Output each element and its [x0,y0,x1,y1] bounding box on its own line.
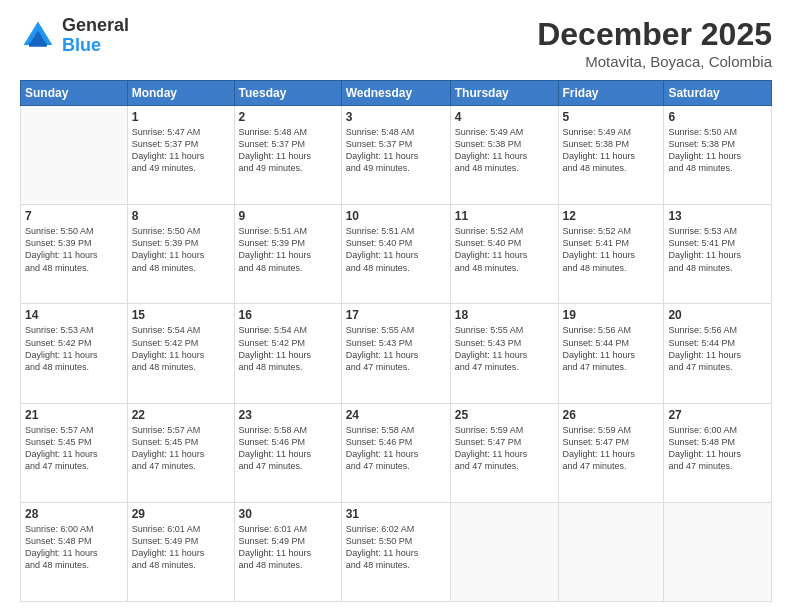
day-number: 17 [346,308,446,322]
weekday-header: Wednesday [341,81,450,106]
calendar: SundayMondayTuesdayWednesdayThursdayFrid… [20,80,772,602]
calendar-week-row: 7Sunrise: 5:50 AM Sunset: 5:39 PM Daylig… [21,205,772,304]
day-info: Sunrise: 5:57 AM Sunset: 5:45 PM Dayligh… [132,424,230,473]
calendar-cell: 29Sunrise: 6:01 AM Sunset: 5:49 PM Dayli… [127,502,234,601]
calendar-cell: 7Sunrise: 5:50 AM Sunset: 5:39 PM Daylig… [21,205,128,304]
day-info: Sunrise: 5:49 AM Sunset: 5:38 PM Dayligh… [455,126,554,175]
calendar-cell: 8Sunrise: 5:50 AM Sunset: 5:39 PM Daylig… [127,205,234,304]
calendar-cell: 20Sunrise: 5:56 AM Sunset: 5:44 PM Dayli… [664,304,772,403]
day-number: 5 [563,110,660,124]
day-info: Sunrise: 6:01 AM Sunset: 5:49 PM Dayligh… [132,523,230,572]
calendar-cell: 10Sunrise: 5:51 AM Sunset: 5:40 PM Dayli… [341,205,450,304]
weekday-header: Saturday [664,81,772,106]
day-number: 9 [239,209,337,223]
day-number: 20 [668,308,767,322]
day-info: Sunrise: 5:57 AM Sunset: 5:45 PM Dayligh… [25,424,123,473]
day-info: Sunrise: 5:56 AM Sunset: 5:44 PM Dayligh… [563,324,660,373]
day-info: Sunrise: 5:51 AM Sunset: 5:39 PM Dayligh… [239,225,337,274]
day-info: Sunrise: 5:59 AM Sunset: 5:47 PM Dayligh… [455,424,554,473]
weekday-header: Friday [558,81,664,106]
calendar-cell: 9Sunrise: 5:51 AM Sunset: 5:39 PM Daylig… [234,205,341,304]
calendar-week-row: 14Sunrise: 5:53 AM Sunset: 5:42 PM Dayli… [21,304,772,403]
page: General Blue December 2025 Motavita, Boy… [0,0,792,612]
calendar-cell: 27Sunrise: 6:00 AM Sunset: 5:48 PM Dayli… [664,403,772,502]
title-block: December 2025 Motavita, Boyaca, Colombia [537,16,772,70]
calendar-cell: 1Sunrise: 5:47 AM Sunset: 5:37 PM Daylig… [127,106,234,205]
day-info: Sunrise: 6:00 AM Sunset: 5:48 PM Dayligh… [25,523,123,572]
day-info: Sunrise: 5:47 AM Sunset: 5:37 PM Dayligh… [132,126,230,175]
day-number: 4 [455,110,554,124]
day-number: 13 [668,209,767,223]
day-number: 15 [132,308,230,322]
calendar-cell: 24Sunrise: 5:58 AM Sunset: 5:46 PM Dayli… [341,403,450,502]
day-info: Sunrise: 5:48 AM Sunset: 5:37 PM Dayligh… [346,126,446,175]
calendar-cell: 17Sunrise: 5:55 AM Sunset: 5:43 PM Dayli… [341,304,450,403]
calendar-cell: 6Sunrise: 5:50 AM Sunset: 5:38 PM Daylig… [664,106,772,205]
calendar-cell: 21Sunrise: 5:57 AM Sunset: 5:45 PM Dayli… [21,403,128,502]
calendar-cell [664,502,772,601]
day-number: 6 [668,110,767,124]
svg-rect-2 [29,43,47,47]
day-number: 16 [239,308,337,322]
weekday-header: Thursday [450,81,558,106]
day-number: 18 [455,308,554,322]
day-number: 28 [25,507,123,521]
day-info: Sunrise: 5:50 AM Sunset: 5:39 PM Dayligh… [132,225,230,274]
header: General Blue December 2025 Motavita, Boy… [20,16,772,70]
day-number: 24 [346,408,446,422]
day-number: 21 [25,408,123,422]
day-info: Sunrise: 5:53 AM Sunset: 5:41 PM Dayligh… [668,225,767,274]
day-number: 22 [132,408,230,422]
calendar-week-row: 28Sunrise: 6:00 AM Sunset: 5:48 PM Dayli… [21,502,772,601]
logo-general: General [62,16,129,36]
calendar-cell: 15Sunrise: 5:54 AM Sunset: 5:42 PM Dayli… [127,304,234,403]
logo-icon [20,18,56,54]
weekday-header: Monday [127,81,234,106]
day-info: Sunrise: 5:55 AM Sunset: 5:43 PM Dayligh… [346,324,446,373]
calendar-cell [21,106,128,205]
calendar-cell: 26Sunrise: 5:59 AM Sunset: 5:47 PM Dayli… [558,403,664,502]
day-number: 11 [455,209,554,223]
calendar-cell: 3Sunrise: 5:48 AM Sunset: 5:37 PM Daylig… [341,106,450,205]
day-info: Sunrise: 5:48 AM Sunset: 5:37 PM Dayligh… [239,126,337,175]
day-number: 12 [563,209,660,223]
day-number: 8 [132,209,230,223]
calendar-cell: 16Sunrise: 5:54 AM Sunset: 5:42 PM Dayli… [234,304,341,403]
calendar-cell [450,502,558,601]
calendar-cell: 13Sunrise: 5:53 AM Sunset: 5:41 PM Dayli… [664,205,772,304]
logo-blue: Blue [62,36,129,56]
calendar-cell: 30Sunrise: 6:01 AM Sunset: 5:49 PM Dayli… [234,502,341,601]
day-info: Sunrise: 6:01 AM Sunset: 5:49 PM Dayligh… [239,523,337,572]
day-number: 26 [563,408,660,422]
day-number: 3 [346,110,446,124]
day-info: Sunrise: 5:58 AM Sunset: 5:46 PM Dayligh… [346,424,446,473]
location: Motavita, Boyaca, Colombia [537,53,772,70]
day-number: 10 [346,209,446,223]
calendar-cell: 19Sunrise: 5:56 AM Sunset: 5:44 PM Dayli… [558,304,664,403]
day-number: 30 [239,507,337,521]
day-number: 7 [25,209,123,223]
day-info: Sunrise: 5:53 AM Sunset: 5:42 PM Dayligh… [25,324,123,373]
calendar-cell: 5Sunrise: 5:49 AM Sunset: 5:38 PM Daylig… [558,106,664,205]
day-info: Sunrise: 5:59 AM Sunset: 5:47 PM Dayligh… [563,424,660,473]
calendar-cell: 12Sunrise: 5:52 AM Sunset: 5:41 PM Dayli… [558,205,664,304]
calendar-cell: 4Sunrise: 5:49 AM Sunset: 5:38 PM Daylig… [450,106,558,205]
day-info: Sunrise: 5:55 AM Sunset: 5:43 PM Dayligh… [455,324,554,373]
weekday-header: Sunday [21,81,128,106]
day-info: Sunrise: 6:02 AM Sunset: 5:50 PM Dayligh… [346,523,446,572]
day-number: 2 [239,110,337,124]
calendar-cell: 28Sunrise: 6:00 AM Sunset: 5:48 PM Dayli… [21,502,128,601]
calendar-cell: 2Sunrise: 5:48 AM Sunset: 5:37 PM Daylig… [234,106,341,205]
logo-text: General Blue [62,16,129,56]
day-info: Sunrise: 5:51 AM Sunset: 5:40 PM Dayligh… [346,225,446,274]
day-info: Sunrise: 5:50 AM Sunset: 5:38 PM Dayligh… [668,126,767,175]
calendar-cell: 23Sunrise: 5:58 AM Sunset: 5:46 PM Dayli… [234,403,341,502]
day-number: 14 [25,308,123,322]
day-number: 25 [455,408,554,422]
day-info: Sunrise: 5:49 AM Sunset: 5:38 PM Dayligh… [563,126,660,175]
calendar-cell: 25Sunrise: 5:59 AM Sunset: 5:47 PM Dayli… [450,403,558,502]
calendar-cell [558,502,664,601]
day-info: Sunrise: 5:50 AM Sunset: 5:39 PM Dayligh… [25,225,123,274]
calendar-cell: 18Sunrise: 5:55 AM Sunset: 5:43 PM Dayli… [450,304,558,403]
calendar-cell: 14Sunrise: 5:53 AM Sunset: 5:42 PM Dayli… [21,304,128,403]
